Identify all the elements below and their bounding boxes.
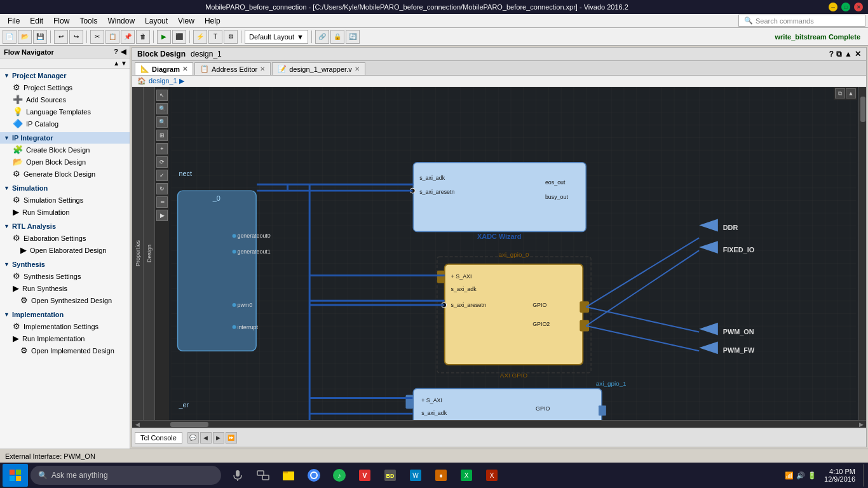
nav-section-header-ip-integrator[interactable]: ▼ IP Integrator <box>0 132 130 144</box>
taskbar-clock[interactable]: 4:10 PM 12/9/2016 <box>819 468 860 483</box>
tab-address-editor[interactable]: 📋 Address Editor ✕ <box>194 62 271 75</box>
nav-item-open-implemented-design[interactable]: ⚙ Open Implemented Design <box>0 344 130 356</box>
taskbar-chrome-icon[interactable] <box>302 464 325 487</box>
nav-item-simulation-settings[interactable]: ⚙ Simulation Settings <box>0 194 130 206</box>
select-tool-button[interactable]: ↖ <box>156 90 168 101</box>
console-btn2[interactable]: ◀ <box>200 432 212 444</box>
breadcrumb-design[interactable]: design_1 ▶ <box>149 77 184 85</box>
menu-file[interactable]: File <box>3 15 25 27</box>
redo-button[interactable]: ↪ <box>69 30 83 44</box>
nav-item-open-elaborated-design[interactable]: ▶ Open Elaborated Design <box>0 244 130 256</box>
taskbar-search[interactable]: 🔍 Ask me anything <box>31 466 221 485</box>
volume-icon[interactable]: 🔊 <box>796 471 805 480</box>
nav-section-header-project-manager[interactable]: ▼ Project Manager <box>0 70 130 81</box>
validate-button[interactable]: ✓ <box>156 170 168 181</box>
copy-button[interactable]: 📋 <box>105 30 119 44</box>
taskbar-vivado-icon[interactable]: BD <box>379 464 402 487</box>
canvas-maximize-button[interactable]: ▲ <box>846 88 856 98</box>
taskbar-voice-icon[interactable] <box>226 464 249 487</box>
nav-item-open-block-design[interactable]: 📂 Open Block Design <box>0 156 130 168</box>
taskbar-app8-icon[interactable]: ♦ <box>430 464 452 487</box>
stop-button[interactable]: ⬛ <box>172 30 186 44</box>
block-diagram[interactable]: _0 generateout0 generateout1 pwm0 interr… <box>169 87 858 420</box>
paste-button[interactable]: 📌 <box>121 30 135 44</box>
canvas-restore-button[interactable]: ⧉ <box>835 88 845 98</box>
tcl-button[interactable]: T <box>208 30 222 44</box>
open-file-button[interactable]: 📂 <box>18 30 32 44</box>
console-btn1[interactable]: 💬 <box>187 432 199 444</box>
vertical-scrollbar[interactable] <box>858 87 866 420</box>
connection-button[interactable]: ━ <box>156 196 168 208</box>
nav-scroll-down[interactable]: ▼ <box>121 60 127 67</box>
menu-edit[interactable]: Edit <box>25 15 48 27</box>
nav-item-elaboration-settings[interactable]: ⚙ Elaboration Settings <box>0 232 130 244</box>
nav-item-implementation-settings[interactable]: ⚙ Implementation Settings <box>0 320 130 332</box>
search-commands-input[interactable]: 🔍 Search commands <box>738 15 865 27</box>
close-tab-diagram[interactable]: ✕ <box>182 65 187 72</box>
minimize-button[interactable]: ─ <box>829 3 837 11</box>
show-desktop-button[interactable] <box>863 464 865 487</box>
taskbar-spotify-icon[interactable]: ♪ <box>328 464 351 487</box>
battery-icon[interactable]: 🔋 <box>808 471 817 480</box>
nav-section-header-rtl[interactable]: ▼ RTL Analysis <box>0 220 130 232</box>
run-connection-button[interactable]: ▶ <box>156 210 168 221</box>
restore-icon[interactable]: ⧉ <box>836 50 842 58</box>
nav-item-run-simulation[interactable]: ▶ Run Simulation <box>0 206 130 218</box>
nav-item-run-synthesis[interactable]: ▶ Run Synthesis <box>0 282 130 294</box>
fit-button[interactable]: ⊞ <box>156 130 168 141</box>
close-tab-address[interactable]: ✕ <box>260 65 265 72</box>
maximize-icon[interactable]: ▲ <box>844 50 852 58</box>
add-ip-button[interactable]: + <box>156 143 168 154</box>
nav-item-generate-block-design[interactable]: ⚙ Generate Block Design <box>0 168 130 180</box>
network-icon[interactable]: 📶 <box>785 471 794 480</box>
regenerate-button[interactable]: ↻ <box>156 183 168 194</box>
menu-layout[interactable]: Layout <box>140 15 173 27</box>
nav-item-language-templates[interactable]: 💡 Language Templates <box>0 105 130 118</box>
menu-flow[interactable]: Flow <box>48 15 74 27</box>
hscroll-thumb[interactable] <box>170 422 208 427</box>
taskbar-explorer-icon[interactable] <box>277 464 300 487</box>
new-file-button[interactable]: 📄 <box>3 30 17 44</box>
undo-button[interactable]: ↩ <box>54 30 68 44</box>
refresh-button[interactable]: 🔄 <box>346 30 360 44</box>
nav-scroll-up[interactable]: ▲ <box>113 60 119 67</box>
menu-help[interactable]: Help <box>200 15 226 27</box>
run-button[interactable]: ▶ <box>157 30 171 44</box>
tab-diagram[interactable]: 📐 Diagram ✕ <box>135 62 193 75</box>
scroll-left-button[interactable]: ◀ <box>132 421 142 428</box>
cut-button[interactable]: ✂ <box>90 30 104 44</box>
program-button[interactable]: ⚡ <box>193 30 207 44</box>
help-icon[interactable]: ? <box>829 50 834 58</box>
auto-connect-button[interactable]: ⟳ <box>156 156 168 168</box>
settings-button[interactable]: ⚙ <box>224 30 238 44</box>
layout-dropdown[interactable]: Default Layout ▼ <box>245 30 308 44</box>
nav-item-ip-catalog[interactable]: 🔷 IP Catalog <box>0 118 130 130</box>
connect-button[interactable]: 🔗 <box>315 30 329 44</box>
nav-item-open-synthesized-design[interactable]: ⚙ Open Synthesized Design <box>0 294 130 306</box>
close-button[interactable]: ✕ <box>854 3 863 11</box>
taskbar-app10-icon[interactable]: X <box>480 464 503 487</box>
nav-item-synthesis-settings[interactable]: ⚙ Synthesis Settings <box>0 270 130 282</box>
nav-item-add-sources[interactable]: ➕ Add Sources <box>0 93 130 105</box>
tcl-console-tab[interactable]: Tcl Console <box>135 432 182 444</box>
nav-section-header-implementation[interactable]: ▼ Implementation <box>0 309 130 320</box>
horizontal-scrollbar[interactable]: ◀ ▶ <box>132 420 866 428</box>
zoom-in-button[interactable]: 🔍 <box>156 103 168 114</box>
nav-item-run-implementation[interactable]: ▶ Run Implementation <box>0 332 130 344</box>
taskbar-app7-icon[interactable]: W <box>404 464 427 487</box>
menu-tools[interactable]: Tools <box>74 15 102 27</box>
maximize-button[interactable]: □ <box>841 3 850 11</box>
scroll-right-button[interactable]: ▶ <box>856 421 866 428</box>
console-btn4[interactable]: ⏩ <box>226 432 237 444</box>
menu-window[interactable]: Window <box>102 15 140 27</box>
disconnect-button[interactable]: 🔒 <box>330 30 344 44</box>
taskbar-app9-icon[interactable]: X <box>455 464 478 487</box>
nav-item-create-block-design[interactable]: 🧩 Create Block Design <box>0 144 130 156</box>
nav-item-project-settings[interactable]: ⚙ Project Settings <box>0 81 130 93</box>
nav-section-header-synthesis[interactable]: ▼ Synthesis <box>0 259 130 270</box>
console-btn3[interactable]: ▶ <box>213 432 224 444</box>
close-panel-icon[interactable]: ✕ <box>855 50 861 58</box>
vscroll-thumb[interactable] <box>860 97 865 122</box>
taskbar-task-view-icon[interactable] <box>252 464 275 487</box>
nav-section-header-simulation[interactable]: ▼ Simulation <box>0 182 130 194</box>
